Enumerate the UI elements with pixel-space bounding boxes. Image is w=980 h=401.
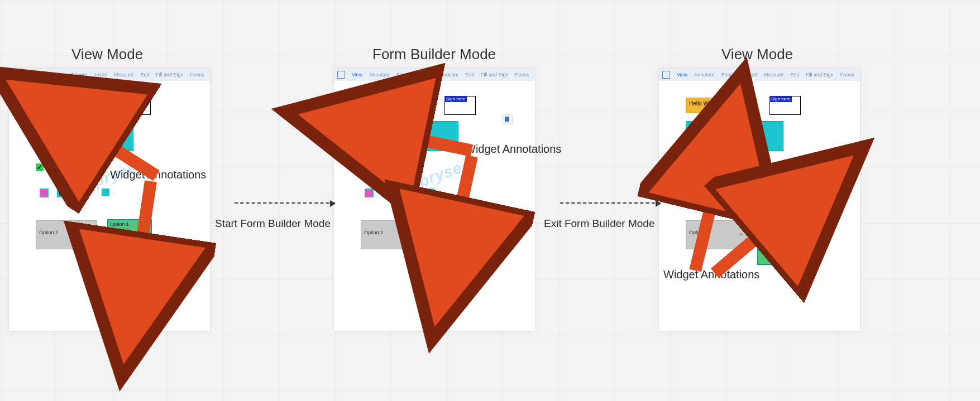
listbox-item[interactable]: Option 2 (110, 228, 149, 234)
document-area: Hello World Sign here Multi line textbox… (659, 81, 860, 331)
listbox-field[interactable]: Option 1 Option 2 Option 3 (432, 219, 477, 265)
toolbar-tab-annotate[interactable]: Annotate (369, 72, 389, 78)
multiline-text-field[interactable]: Multi line textbox example.This text box… (361, 121, 458, 151)
toolbar-tab-measure[interactable]: Measure (764, 72, 783, 78)
toolbar-tab-insert[interactable]: Insert (95, 72, 108, 78)
text-field-hello[interactable]: Hello World (36, 98, 97, 113)
toolbar-tab-insert[interactable]: Insert (745, 72, 758, 78)
transition-label-start: Start Form Builder Mode (215, 218, 331, 230)
toolbar-tab-shapes[interactable]: Shapes (721, 72, 738, 78)
watermark-text: apryse (408, 158, 464, 194)
toolbar: View Annotate Shapes Insert Measure Edit… (9, 69, 210, 81)
radio-option-3[interactable] (427, 189, 434, 196)
listbox-item-selected[interactable]: Option 3 (433, 234, 476, 240)
radio-option-2[interactable] (707, 187, 717, 197)
document-area: Hello World Sign here Multi line textbox… (9, 81, 210, 331)
transition-arrow-start (235, 202, 335, 204)
toolbar-tab-measure[interactable]: Measure (439, 72, 458, 78)
toolbar-tab-shapes[interactable]: Shapes (71, 72, 88, 78)
panel-title-center: Form Builder Mode (372, 46, 496, 63)
multiline-text-field[interactable]: Multi line textbox example.This text box… (36, 121, 133, 151)
toolbar-tab-forms[interactable]: Forms (190, 72, 205, 78)
dropdown-field[interactable]: Option 2 ⌄ (361, 220, 422, 249)
watermark-text: apryse (733, 158, 789, 194)
text-field-hello[interactable]: Hello World (361, 98, 422, 113)
widget-annotations-label-right: Widget Annotations (663, 268, 759, 281)
listbox-item[interactable]: Option 2 (760, 228, 799, 234)
radio-option-3[interactable] (752, 189, 759, 196)
signature-tag: Sign here (444, 96, 467, 102)
listbox-item[interactable]: Option 1 (110, 221, 149, 228)
toolbar-tab-insert[interactable]: Insert (420, 72, 433, 78)
listbox-item[interactable]: Option 1 (435, 221, 474, 228)
toolbar-tab-annotate[interactable]: Annotate (694, 72, 714, 78)
dropdown-field[interactable]: Option 2 ⌄ (36, 220, 97, 249)
toolbar-tab-edit[interactable]: Edit (465, 72, 474, 78)
dropdown-field[interactable]: Option 2 ⌄ (686, 220, 747, 249)
app-panel-center: View Annotate Shapes Insert Measure Edit… (334, 69, 535, 331)
app-panel-left: View Annotate Shapes Insert Measure Edit… (9, 69, 210, 331)
listbox-item-selected[interactable]: Option 3 (758, 234, 801, 240)
app-panel-right: View Annotate Shapes Insert Measure Edit… (659, 69, 860, 331)
widget-annotations-label-left: Widget Annotations (110, 168, 206, 181)
radio-option-2[interactable] (382, 187, 392, 197)
signature-tag: Sign here (769, 96, 792, 102)
listbox-item[interactable]: Option 1 (760, 221, 799, 228)
checkbox-field[interactable]: ✓ (361, 163, 369, 171)
radio-option-1[interactable] (690, 189, 699, 197)
radio-option-1[interactable] (40, 189, 49, 197)
text-field-hello[interactable]: Hello World (686, 98, 747, 113)
toolbar-tab-annotate[interactable]: Annotate (44, 72, 64, 78)
toolbar-tab-measure[interactable]: Measure (114, 72, 133, 78)
toolbar-tab-fillsign[interactable]: Fill and Sign (806, 72, 834, 78)
document-area: Hello World Sign here Multi line textbox… (334, 81, 535, 331)
toolbar-tab-view[interactable]: View (352, 72, 362, 78)
listbox-field[interactable]: Option 1 Option 2 Option 3 (757, 219, 802, 265)
panel-title-left: View Mode (71, 46, 143, 63)
toolbar-tab-view[interactable]: View (27, 72, 37, 78)
toolbar-tab-view[interactable]: View (677, 72, 687, 78)
radio-option-1[interactable] (365, 189, 374, 197)
toolbar: View Annotate Shapes Insert Measure Edit… (659, 69, 860, 81)
chevron-down-icon: ⌄ (414, 230, 418, 236)
toolbar-tab-forms[interactable]: Forms (840, 72, 855, 78)
radio-option-2[interactable] (57, 187, 67, 197)
toolbar-tab-fillsign[interactable]: Fill and Sign (481, 72, 509, 78)
signature-field[interactable]: Sign here (444, 96, 476, 115)
toolbar-tab-shapes[interactable]: Shapes (396, 72, 413, 78)
toolbar-tab-fillsign[interactable]: Fill and Sign (156, 72, 184, 78)
crop-icon[interactable] (12, 71, 20, 79)
listbox-item-selected[interactable]: Option 3 (108, 234, 151, 240)
listbox-item[interactable]: Option 2 (435, 228, 474, 234)
panel-title-right: View Mode (721, 46, 793, 63)
crop-icon[interactable] (662, 71, 670, 79)
multiline-text-field[interactable]: Multi line textbox example.This text box… (686, 121, 783, 151)
signature-field[interactable]: Sign here (769, 96, 801, 115)
toolbar-tab-edit[interactable]: Edit (140, 72, 149, 78)
toolbar: View Annotate Shapes Insert Measure Edit… (334, 69, 535, 81)
transition-arrow-exit (560, 202, 661, 204)
signature-tag: Sign here (119, 96, 142, 102)
dropdown-value: Option 2 (39, 230, 58, 235)
toolbar-tab-edit[interactable]: Edit (790, 72, 799, 78)
checkbox-field[interactable]: ✓ (36, 163, 44, 171)
signature-field[interactable]: Sign here (119, 96, 151, 115)
radio-option-3[interactable] (102, 189, 109, 196)
chevron-down-icon: ⌄ (739, 230, 743, 236)
form-builder-icon[interactable] (503, 114, 513, 124)
widget-annotations-label-center: Widget Annotations (465, 143, 561, 156)
transition-label-exit: Exit Form Builder Mode (544, 218, 655, 230)
toolbar-tab-forms[interactable]: Forms (515, 72, 530, 78)
dropdown-value: Option 2 (689, 230, 708, 235)
crop-icon[interactable] (337, 71, 345, 79)
dropdown-value: Option 2 (364, 230, 383, 235)
checkbox-field[interactable]: ✓ (686, 163, 694, 171)
listbox-field[interactable]: Option 1 Option 2 Option 3 (107, 219, 152, 265)
chevron-down-icon: ⌄ (89, 230, 93, 236)
